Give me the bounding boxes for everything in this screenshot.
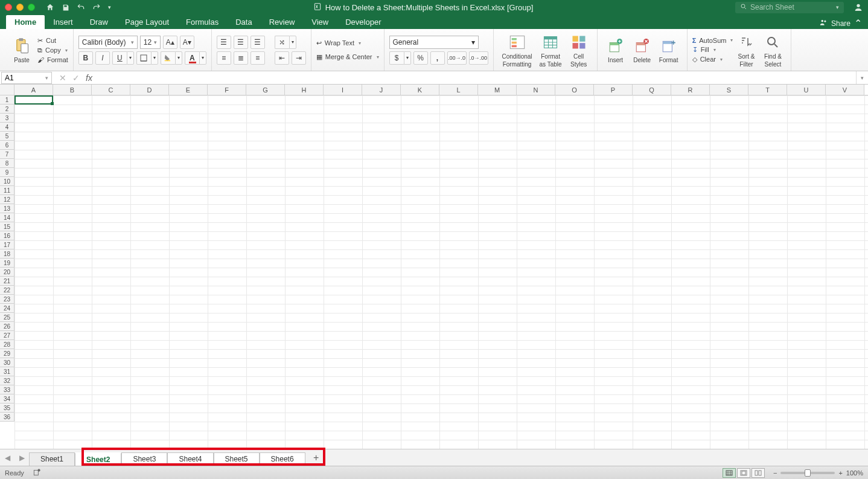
column-header[interactable]: Q [633, 85, 671, 95]
save-icon[interactable] [62, 4, 69, 11]
percent-format-icon[interactable]: % [413, 51, 428, 65]
column-header[interactable]: L [439, 85, 478, 95]
row-header[interactable]: 23 [0, 295, 14, 304]
column-header[interactable]: P [594, 85, 633, 95]
merge-center-button[interactable]: ▦Merge & Center▾ [316, 53, 379, 62]
border-button[interactable] [136, 51, 151, 65]
orientation-dropdown[interactable]: ▾ [289, 36, 296, 49]
row-header[interactable]: 7 [0, 150, 14, 159]
sheet-tab[interactable]: Sheet2 [75, 452, 121, 466]
row-header[interactable]: 6 [0, 141, 14, 150]
row-header[interactable]: 4 [0, 123, 14, 132]
row-header[interactable]: 12 [0, 195, 14, 204]
decrease-indent-icon[interactable]: ⇤ [275, 51, 289, 65]
find-select-button[interactable]: Find &Select [759, 31, 786, 69]
zoom-in-button[interactable]: + [838, 469, 842, 477]
tab-draw[interactable]: Draw [81, 15, 116, 29]
account-icon[interactable] [854, 2, 863, 12]
tab-view[interactable]: View [303, 15, 337, 29]
row-header[interactable]: 31 [0, 367, 14, 376]
share-button[interactable]: Share [831, 19, 850, 28]
delete-cells-button[interactable]: Delete [629, 35, 656, 65]
tab-insert[interactable]: Insert [45, 15, 81, 29]
home-icon[interactable] [46, 3, 54, 11]
column-header[interactable]: D [130, 85, 169, 95]
conditional-formatting-button[interactable]: ConditionalFormatting [499, 31, 536, 69]
column-header[interactable]: M [478, 85, 517, 95]
row-header[interactable]: 35 [0, 403, 14, 413]
row-header[interactable]: 15 [0, 222, 14, 231]
increase-indent-icon[interactable]: ⇥ [292, 51, 306, 65]
column-header[interactable]: J [362, 85, 401, 95]
confirm-formula-icon[interactable]: ✓ [72, 73, 80, 83]
tab-review[interactable]: Review [261, 15, 304, 29]
row-header[interactable]: 17 [0, 240, 14, 249]
row-header[interactable]: 29 [0, 349, 14, 358]
decrease-font-icon[interactable]: A▾ [180, 36, 194, 49]
sheet-tab[interactable]: Sheet5 [214, 452, 260, 466]
column-header[interactable]: S [710, 85, 748, 95]
decrease-decimal-icon[interactable]: .0→.00 [469, 51, 488, 65]
row-header[interactable]: 32 [0, 376, 14, 385]
row-header[interactable]: 33 [0, 385, 14, 394]
row-header[interactable]: 21 [0, 277, 14, 286]
column-header[interactable]: A [14, 85, 53, 95]
tab-formulas[interactable]: Formulas [177, 15, 227, 29]
orientation-button[interactable]: ⤭ [275, 36, 289, 49]
row-header[interactable]: 10 [0, 177, 14, 186]
column-header[interactable]: N [517, 85, 555, 95]
new-sheet-button[interactable]: + [310, 452, 322, 463]
expand-formula-bar-icon[interactable]: ▾ [856, 71, 868, 84]
sheet-nav-next-icon[interactable]: ▶ [17, 451, 27, 465]
column-header[interactable]: I [324, 85, 362, 95]
cancel-formula-icon[interactable]: ✕ [59, 73, 66, 83]
redo-icon[interactable] [92, 3, 101, 11]
column-header[interactable]: V [826, 85, 864, 95]
accounting-dropdown[interactable]: ▾ [404, 51, 411, 65]
align-middle-icon[interactable]: ☰ [234, 36, 248, 49]
fill-color-button[interactable] [161, 51, 175, 65]
font-color-dropdown[interactable]: ▾ [199, 51, 206, 65]
align-bottom-icon[interactable]: ☰ [251, 36, 265, 49]
tab-data[interactable]: Data [227, 15, 260, 29]
autosum-button[interactable]: ΣAutoSum▾ [692, 36, 733, 45]
row-header[interactable]: 13 [0, 204, 14, 213]
row-header[interactable]: 19 [0, 259, 14, 268]
align-center-icon[interactable]: ≣ [234, 51, 248, 65]
format-cells-button[interactable]: Format [656, 35, 682, 65]
font-name-combo[interactable]: Calibri (Body)▾ [78, 36, 138, 49]
font-size-combo[interactable]: 12▾ [140, 36, 161, 49]
row-header[interactable]: 14 [0, 213, 14, 222]
worksheet-grid[interactable]: ABCDEFGHIJKLMNOPQRSTUV 12345678910111213… [0, 85, 868, 449]
tab-home[interactable]: Home [6, 15, 45, 29]
fill-color-dropdown[interactable]: ▾ [175, 51, 182, 65]
border-dropdown[interactable]: ▾ [151, 51, 158, 65]
select-all-corner[interactable] [0, 85, 14, 95]
row-header[interactable]: 8 [0, 159, 14, 168]
qat-dropdown-icon[interactable]: ▾ [108, 4, 111, 10]
row-header[interactable]: 20 [0, 268, 14, 277]
row-header[interactable]: 2 [0, 104, 14, 114]
row-header[interactable]: 18 [0, 249, 14, 259]
row-header[interactable]: 25 [0, 313, 14, 322]
formula-input[interactable] [100, 72, 856, 84]
search-sheet-box[interactable]: Search Sheet ▾ [735, 2, 844, 13]
increase-decimal-icon[interactable]: .00→.0 [447, 51, 467, 65]
insert-cells-button[interactable]: Insert [602, 35, 629, 65]
font-color-button[interactable]: A [185, 51, 199, 65]
page-break-view-icon[interactable] [752, 468, 765, 478]
minimize-window-button[interactable] [16, 4, 24, 11]
fx-icon[interactable]: fx [86, 73, 92, 83]
zoom-slider[interactable] [780, 472, 835, 474]
row-header[interactable]: 24 [0, 304, 14, 313]
macro-recorder-icon[interactable] [33, 468, 41, 478]
increase-font-icon[interactable]: A▴ [163, 36, 177, 49]
row-header[interactable]: 22 [0, 286, 14, 295]
zoom-window-button[interactable] [28, 4, 35, 11]
bold-button[interactable]: B [78, 51, 93, 65]
close-window-button[interactable] [5, 4, 12, 11]
tab-developer[interactable]: Developer [337, 15, 389, 29]
clear-button[interactable]: ◇Clear▾ [692, 55, 733, 64]
page-layout-view-icon[interactable] [737, 468, 750, 478]
paste-button[interactable]: Paste [8, 35, 35, 65]
